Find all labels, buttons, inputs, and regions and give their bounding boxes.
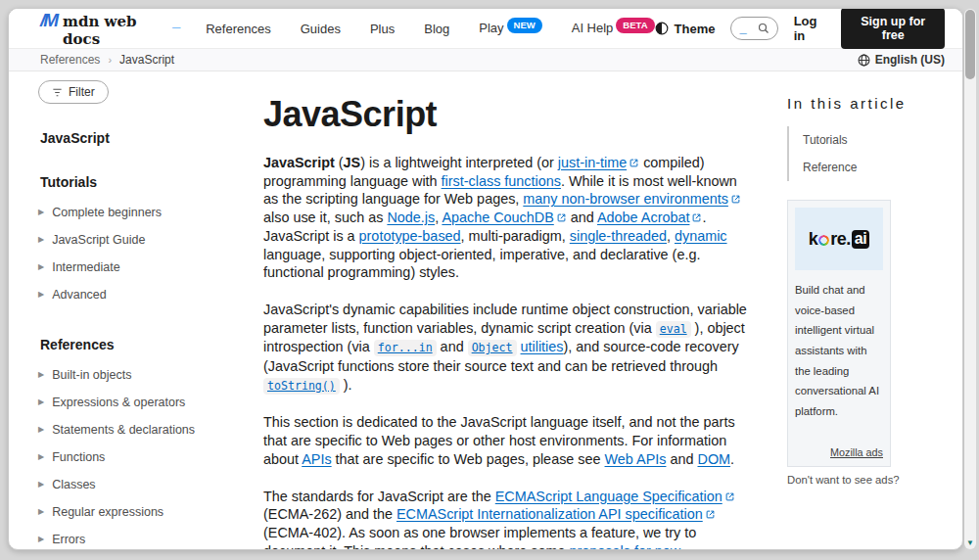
inline-code-link[interactable]: toString() — [263, 377, 340, 393]
sidebar-item-errors[interactable]: ▶Errors — [38, 526, 256, 549]
mdn-logo[interactable]: /M mdn web docs _ — [40, 10, 180, 48]
sidebar-item-regular-expressions[interactable]: ▶Regular expressions — [38, 498, 256, 526]
top-navbar: /M mdn web docs _ References Guides Plus… — [9, 9, 962, 48]
breadcrumb-references[interactable]: References — [40, 53, 100, 67]
search-icon — [758, 23, 769, 34]
inline-code-link[interactable]: Object — [468, 339, 517, 354]
article-paragraph: JavaScript (JS) is a lightweight interpr… — [263, 154, 752, 282]
brand-cursor: _ — [172, 13, 180, 29]
nav-item-guides[interactable]: Guides — [301, 22, 341, 36]
toc-list: Tutorials Reference — [787, 126, 962, 181]
ad-logo-link[interactable]: kre.ai — [795, 208, 883, 270]
article-paragraph: The standards for JavaScript are the ECM… — [263, 488, 752, 549]
inline-link[interactable]: Apache CouchDB — [442, 210, 553, 225]
breadcrumb-bar: References › JavaScript English (US) — [9, 48, 962, 71]
new-badge: NEW — [507, 18, 542, 33]
nav-right-controls: Theme _ Log in Sign up for free — [655, 8, 945, 49]
nav-item-ai-help[interactable]: AI HelpBETA — [572, 21, 655, 37]
sidebar-item-javascript-guide[interactable]: ▶JavaScript Guide — [38, 226, 256, 254]
sidebar-item-classes[interactable]: ▶Classes — [38, 471, 256, 498]
chevron-right-icon: ▶ — [38, 453, 44, 461]
nav-item-references[interactable]: References — [206, 22, 270, 36]
article-main: JavaScript JavaScript (JS) is a lightwei… — [256, 71, 768, 549]
chevron-right-icon: ▶ — [38, 536, 44, 543]
filter-icon — [52, 87, 63, 98]
sidebar-item-expressions-operators[interactable]: ▶Expressions & operators — [38, 389, 256, 416]
nav-links: References Guides Plus Blog PlayNEW AI H… — [206, 21, 654, 37]
external-link-icon — [692, 213, 701, 222]
inline-link[interactable]: dynamic — [675, 228, 727, 244]
chevron-right-icon: ▶ — [38, 209, 44, 216]
chevron-right-icon: ▶ — [38, 398, 44, 406]
nav-item-play[interactable]: PlayNEW — [479, 21, 541, 37]
plain-text: (ECMA-262) and the — [263, 506, 396, 522]
theme-icon — [655, 22, 669, 35]
inline-link[interactable]: first-class functions — [442, 173, 561, 189]
inline-link[interactable]: Web APIs — [605, 451, 667, 467]
sidebar-item-statements-declarations[interactable]: ▶Statements & declarations — [38, 416, 256, 443]
signup-button[interactable]: Sign up for free — [841, 8, 945, 49]
plain-text: ( — [335, 155, 344, 170]
inline-link[interactable]: just-in-time — [558, 155, 627, 170]
inline-code-link[interactable]: eval — [656, 320, 691, 336]
plain-text: . — [730, 451, 734, 467]
search-caret: _ — [739, 23, 746, 33]
globe-icon — [858, 54, 870, 67]
plain-text: The standards for JavaScript are the — [263, 489, 495, 504]
bold-text: JavaScript — [263, 155, 335, 170]
page-title: JavaScript — [263, 94, 752, 135]
external-link-icon — [706, 510, 715, 519]
page-content: Filter JavaScript Tutorials ▶Complete be… — [9, 71, 962, 549]
toc-item-tutorials[interactable]: Tutorials — [789, 126, 962, 154]
toc-item-reference[interactable]: Reference — [789, 154, 962, 181]
search-input[interactable]: _ — [730, 17, 777, 40]
inline-link[interactable]: Adobe Acrobat — [597, 210, 689, 225]
plain-text: ). — [340, 377, 352, 393]
scrollbar-thumb[interactable] — [965, 10, 975, 79]
inline-link[interactable]: prototype-based — [359, 228, 461, 244]
external-link-icon — [557, 213, 566, 222]
left-sidebar: Filter JavaScript Tutorials ▶Complete be… — [9, 71, 256, 549]
nav-item-blog[interactable]: Blog — [424, 22, 449, 36]
beta-badge: BETA — [616, 18, 654, 33]
inline-link[interactable]: ECMAScript Internationalization API spec… — [396, 506, 703, 522]
sidebar-item-advanced[interactable]: ▶Advanced — [38, 281, 256, 308]
sidebar-item-intermediate[interactable]: ▶Intermediate — [38, 254, 256, 281]
scroll-down-arrow-icon[interactable]: ▼ — [966, 539, 974, 547]
mozilla-ads-link[interactable]: Mozilla ads — [795, 446, 883, 458]
sidebar-item-built-in-objects[interactable]: ▶Built-in objects — [38, 361, 256, 389]
plain-text: and — [567, 210, 597, 225]
inline-code-link[interactable]: for...in — [374, 339, 437, 354]
inline-link[interactable]: APIs — [302, 451, 331, 467]
plain-text: , multi-paradigm, — [461, 228, 570, 244]
plain-text: language, supporting object-oriented, im… — [263, 247, 700, 281]
inline-link[interactable]: many non-browser environments — [523, 191, 728, 207]
inline-link[interactable]: utilities — [521, 339, 564, 354]
sidebar-title: JavaScript — [40, 130, 256, 146]
plain-text: ) is a lightweight interpreted (or — [360, 155, 558, 170]
inline-link[interactable]: single-threaded — [570, 228, 667, 244]
breadcrumb-javascript[interactable]: JavaScript — [119, 53, 174, 67]
plain-text: and — [666, 451, 697, 467]
ad-optout-link[interactable]: Don't want to see ads? — [787, 474, 962, 486]
login-link[interactable]: Log in — [794, 14, 826, 43]
sidebar-item-complete-beginners[interactable]: ▶Complete beginners — [38, 199, 256, 226]
inline-link[interactable]: DOM — [697, 451, 730, 467]
article-paragraph: JavaScript's dynamic capabilities includ… — [263, 301, 752, 396]
inline-link[interactable]: ECMAScript Language Specification — [495, 489, 723, 504]
language-selector[interactable]: English (US) — [858, 53, 945, 67]
nav-item-plus[interactable]: Plus — [370, 22, 395, 36]
inline-link[interactable]: Node.js — [387, 210, 435, 225]
window-scrollbar: ▼ — [964, 9, 976, 549]
chevron-right-icon: ▶ — [38, 508, 44, 516]
sidebar-heading-references: References — [40, 337, 256, 352]
ad-copy: Build chat and voice-based intelligent v… — [795, 280, 883, 422]
theme-toggle[interactable]: Theme — [655, 22, 716, 36]
external-link-icon — [725, 492, 734, 501]
toc-heading: In this article — [787, 95, 962, 112]
sidebar-item-functions[interactable]: ▶Functions — [38, 443, 256, 471]
plain-text: that are specific to Web pages, please s… — [332, 451, 605, 467]
plain-text: , — [667, 228, 675, 244]
chevron-right-icon: ▶ — [38, 263, 44, 271]
filter-button[interactable]: Filter — [38, 80, 109, 104]
